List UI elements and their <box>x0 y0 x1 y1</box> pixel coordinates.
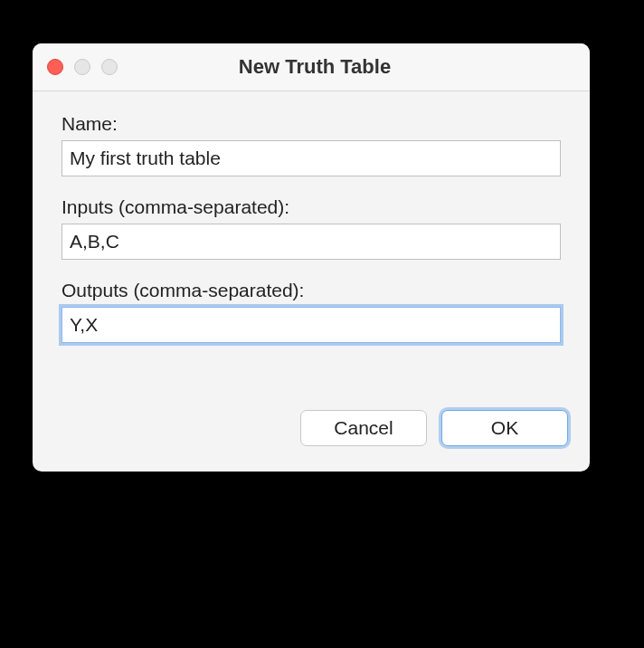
dialog-window: New Truth Table Name: Inputs (comma-sepa… <box>33 43 590 472</box>
name-label: Name: <box>62 113 561 135</box>
dialog-content: Name: Inputs (comma-separated): Outputs … <box>33 91 590 374</box>
outputs-input[interactable] <box>62 307 561 343</box>
window-title: New Truth Table <box>54 55 575 79</box>
inputs-input[interactable] <box>62 224 561 260</box>
inputs-field: Inputs (comma-separated): <box>62 196 561 260</box>
inputs-label: Inputs (comma-separated): <box>62 196 561 218</box>
outputs-field: Outputs (comma-separated): <box>62 280 561 343</box>
name-input[interactable] <box>62 140 561 176</box>
titlebar: New Truth Table <box>33 43 590 91</box>
cancel-button[interactable]: Cancel <box>300 410 427 446</box>
button-row: Cancel OK <box>33 374 590 472</box>
outputs-label: Outputs (comma-separated): <box>62 280 561 301</box>
name-field: Name: <box>62 113 561 176</box>
ok-button[interactable]: OK <box>441 410 568 446</box>
